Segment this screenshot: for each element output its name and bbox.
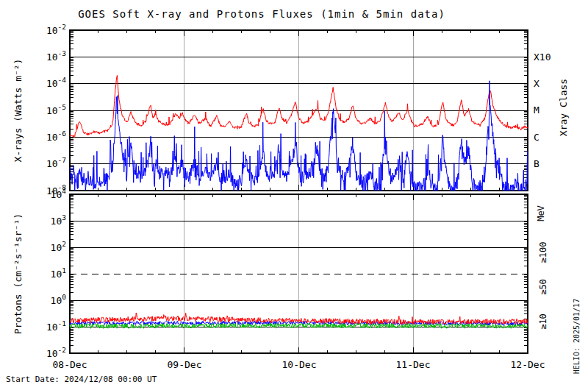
proton-legend-ge50: ≥50 <box>538 279 548 295</box>
y-tick-labels: 10-210-310-410-510-610-710-8104103102101… <box>46 23 66 359</box>
xray-class-label-c: C <box>534 132 539 143</box>
y-tick-label: 101 <box>51 266 67 280</box>
xray-class-label-x10: X10 <box>534 52 551 63</box>
y-tick-label: 10-5 <box>46 103 66 116</box>
y-tick-label: 10-4 <box>46 76 66 89</box>
x-tick-label: 12-Dec <box>511 359 545 370</box>
xray-class-label-b: B <box>534 158 539 169</box>
y-tick-label: 100 <box>51 293 67 306</box>
start-date-label: Start Date: 2024/12/08 00:00 UT <box>6 375 157 384</box>
proton-y-axis-title: Protons (cm⁻²s⁻¹sr⁻¹) <box>12 213 24 334</box>
helio-credit-stamp: HELIO: 2025/01/17 <box>573 299 581 374</box>
y-tick-label: 10-2 <box>46 23 66 36</box>
proton-legend-ge10: ≥10 <box>538 313 548 330</box>
plot-render-layer: 10-210-310-410-510-610-710-8104103102101… <box>46 23 528 359</box>
xray-y-axis-title: X-rays (Watts m⁻²) <box>12 59 24 163</box>
xray-class-axis-title: Xray Class <box>558 79 569 136</box>
goes-flux-figure: 10-210-310-410-510-610-710-8104103102101… <box>0 0 588 390</box>
chart-title: GOES Soft X-ray and Protons Fluxes (1min… <box>78 8 445 20</box>
y-tick-label: 103 <box>51 213 66 227</box>
goes-flux-chart-svg: 10-210-310-410-510-610-710-8104103102101… <box>0 0 588 390</box>
y-tick-label: 10-1 <box>46 319 66 333</box>
proton-energy-axis-title: MeV <box>536 205 546 221</box>
y-tick-label: 104 <box>51 187 67 200</box>
x-tick-label: 11-Dec <box>396 359 431 370</box>
xray-class-label-x: X <box>534 78 539 89</box>
y-tick-label: 102 <box>51 240 66 253</box>
y-tick-label: 10-3 <box>46 49 66 63</box>
gridlines <box>70 30 528 353</box>
x-tick-label: 08-Dec <box>53 359 87 370</box>
y-tick-label: 10-6 <box>46 130 66 143</box>
x-tick-label: 09-Dec <box>168 359 202 370</box>
xray-class-label-m: M <box>534 104 539 116</box>
y-tick-label: 10-2 <box>46 346 66 359</box>
y-tick-label: 10-7 <box>46 156 66 169</box>
x-tick-label: 10-Dec <box>282 359 317 370</box>
proton-legend-ge100: ≥100 <box>538 242 548 263</box>
